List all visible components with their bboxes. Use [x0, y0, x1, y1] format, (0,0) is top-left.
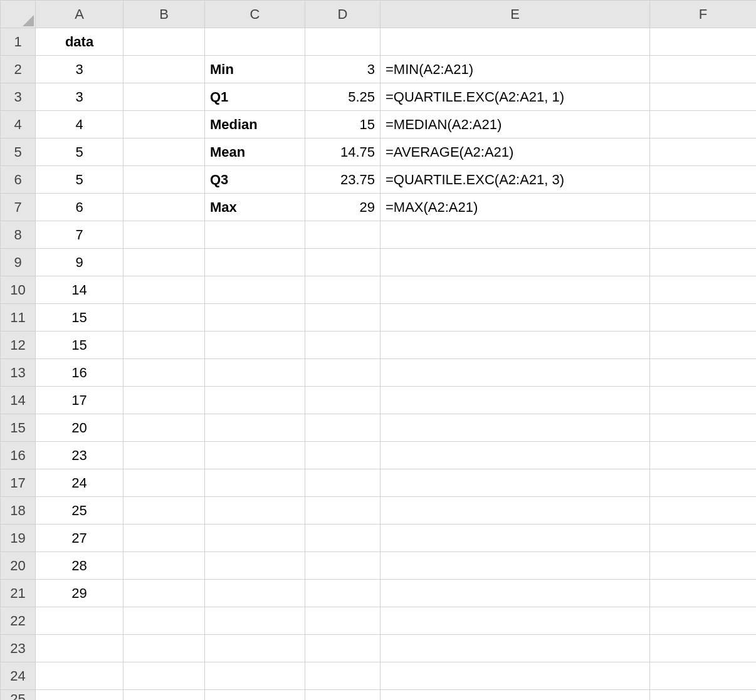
cell-C22[interactable]	[205, 607, 305, 635]
cell-C9[interactable]	[205, 249, 305, 276]
row-header[interactable]: 17	[1, 469, 36, 497]
cell-E2[interactable]: =MIN(A2:A21)	[381, 56, 650, 83]
row-header[interactable]: 2	[1, 56, 36, 83]
cell-A18[interactable]: 25	[36, 497, 123, 525]
cell-A4[interactable]: 4	[36, 111, 123, 138]
cell-B11[interactable]	[123, 304, 205, 332]
cell-D14[interactable]	[305, 387, 381, 414]
cell-A7[interactable]: 6	[36, 194, 123, 221]
cell-E14[interactable]	[381, 387, 650, 414]
cell-B8[interactable]	[123, 221, 205, 249]
select-all-corner[interactable]	[1, 1, 36, 28]
cell-D12[interactable]	[305, 332, 381, 359]
cell-C1[interactable]	[205, 28, 305, 56]
cell-E18[interactable]	[381, 497, 650, 525]
col-header-F[interactable]: F	[650, 1, 757, 28]
cell-D25[interactable]	[305, 690, 381, 701]
cell-E21[interactable]	[381, 580, 650, 607]
cell-E8[interactable]	[381, 221, 650, 249]
row-header[interactable]: 4	[1, 111, 36, 138]
col-header-C[interactable]: C	[205, 1, 305, 28]
cell-D7[interactable]: 29	[305, 194, 381, 221]
row-header[interactable]: 5	[1, 138, 36, 166]
cell-B9[interactable]	[123, 249, 205, 276]
cell-C8[interactable]	[205, 221, 305, 249]
cell-B21[interactable]	[123, 580, 205, 607]
cell-E11[interactable]	[381, 304, 650, 332]
cell-E16[interactable]	[381, 442, 650, 469]
cell-F16[interactable]	[650, 442, 757, 469]
cell-D20[interactable]	[305, 552, 381, 580]
row-header[interactable]: 25	[1, 690, 36, 701]
cell-C10[interactable]	[205, 276, 305, 304]
cell-A6[interactable]: 5	[36, 166, 123, 194]
cell-A12[interactable]: 15	[36, 332, 123, 359]
cell-F20[interactable]	[650, 552, 757, 580]
cell-A23[interactable]	[36, 635, 123, 662]
cell-B12[interactable]	[123, 332, 205, 359]
cell-F13[interactable]	[650, 359, 757, 387]
cell-F14[interactable]	[650, 387, 757, 414]
cell-A1[interactable]: data	[36, 28, 123, 56]
cell-E20[interactable]	[381, 552, 650, 580]
cell-D8[interactable]	[305, 221, 381, 249]
cell-C12[interactable]	[205, 332, 305, 359]
cell-A2[interactable]: 3	[36, 56, 123, 83]
cell-F10[interactable]	[650, 276, 757, 304]
cell-B2[interactable]	[123, 56, 205, 83]
cell-C25[interactable]	[205, 690, 305, 701]
row-header[interactable]: 14	[1, 387, 36, 414]
cell-E1[interactable]	[381, 28, 650, 56]
cell-A9[interactable]: 9	[36, 249, 123, 276]
cell-A17[interactable]: 24	[36, 469, 123, 497]
cell-D1[interactable]	[305, 28, 381, 56]
cell-F17[interactable]	[650, 469, 757, 497]
cell-D15[interactable]	[305, 414, 381, 442]
cell-B24[interactable]	[123, 662, 205, 690]
cell-B25[interactable]	[123, 690, 205, 701]
cell-E3[interactable]: =QUARTILE.EXC(A2:A21, 1)	[381, 83, 650, 111]
cell-F12[interactable]	[650, 332, 757, 359]
row-header[interactable]: 24	[1, 662, 36, 690]
col-header-E[interactable]: E	[381, 1, 650, 28]
cell-B18[interactable]	[123, 497, 205, 525]
cell-F1[interactable]	[650, 28, 757, 56]
row-header[interactable]: 7	[1, 194, 36, 221]
cell-B20[interactable]	[123, 552, 205, 580]
cell-B22[interactable]	[123, 607, 205, 635]
row-header[interactable]: 9	[1, 249, 36, 276]
cell-E24[interactable]	[381, 662, 650, 690]
cell-E22[interactable]	[381, 607, 650, 635]
cell-B17[interactable]	[123, 469, 205, 497]
cell-C16[interactable]	[205, 442, 305, 469]
cell-C2[interactable]: Min	[205, 56, 305, 83]
row-header[interactable]: 15	[1, 414, 36, 442]
row-header[interactable]: 12	[1, 332, 36, 359]
cell-F25[interactable]	[650, 690, 757, 701]
cell-A21[interactable]: 29	[36, 580, 123, 607]
cell-D21[interactable]	[305, 580, 381, 607]
row-header[interactable]: 8	[1, 221, 36, 249]
cell-D24[interactable]	[305, 662, 381, 690]
row-header[interactable]: 13	[1, 359, 36, 387]
cell-F8[interactable]	[650, 221, 757, 249]
cell-C15[interactable]	[205, 414, 305, 442]
cell-B6[interactable]	[123, 166, 205, 194]
cell-F7[interactable]	[650, 194, 757, 221]
grid-table[interactable]: A B C D E F 1 data 2 3 Min 3 =MIN(A2:A21…	[0, 0, 756, 700]
cell-E13[interactable]	[381, 359, 650, 387]
cell-B13[interactable]	[123, 359, 205, 387]
col-header-B[interactable]: B	[123, 1, 205, 28]
row-header[interactable]: 21	[1, 580, 36, 607]
cell-C7[interactable]: Max	[205, 194, 305, 221]
cell-D2[interactable]: 3	[305, 56, 381, 83]
cell-A14[interactable]: 17	[36, 387, 123, 414]
cell-E5[interactable]: =AVERAGE(A2:A21)	[381, 138, 650, 166]
row-header[interactable]: 19	[1, 525, 36, 552]
cell-E15[interactable]	[381, 414, 650, 442]
cell-F21[interactable]	[650, 580, 757, 607]
row-header[interactable]: 22	[1, 607, 36, 635]
cell-C20[interactable]	[205, 552, 305, 580]
row-header[interactable]: 1	[1, 28, 36, 56]
cell-C13[interactable]	[205, 359, 305, 387]
